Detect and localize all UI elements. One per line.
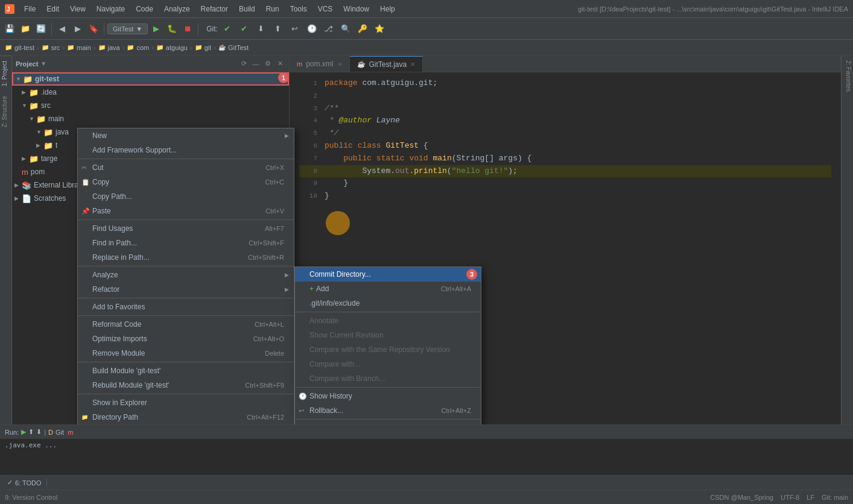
bc-main[interactable]: main — [77, 44, 91, 51]
menu-run[interactable]: Run — [261, 4, 284, 14]
run-up[interactable]: ⬆ — [28, 428, 34, 436]
cm-refactor[interactable]: Refactor — [78, 282, 294, 297]
bc-java[interactable]: java — [108, 44, 120, 51]
git-undo[interactable]: ↩ — [288, 22, 302, 36]
run-git-tab[interactable]: Git — [55, 429, 64, 436]
panel-dropdown[interactable]: ▼ — [40, 60, 46, 67]
menu-build[interactable]: Build — [234, 4, 260, 14]
run-button[interactable]: ▶ — [149, 22, 163, 36]
menu-window[interactable]: Window — [338, 4, 374, 14]
git-extra[interactable]: 🔑 — [355, 22, 370, 36]
sidebar-project[interactable]: 1: Project — [0, 55, 11, 91]
version-control-btn[interactable]: 9: Version Control — [5, 494, 57, 501]
bookmark-button[interactable]: 🔖 — [86, 22, 101, 36]
settings-icon[interactable]: ⚙ — [262, 58, 273, 69]
cm-paste[interactable]: 📌 Paste Ctrl+V — [78, 204, 294, 218]
encoding-info[interactable]: UTF-8 — [781, 494, 799, 501]
tab-todo[interactable]: ✓ 6: TODO — [2, 479, 47, 487]
close-icon[interactable]: ✕ — [274, 58, 285, 69]
cm-optimize[interactable]: Optimize Imports Ctrl+Alt+O — [78, 332, 294, 346]
tab-pomxml-close[interactable]: ✕ — [337, 61, 342, 68]
menu-help[interactable]: Help — [375, 4, 400, 14]
cm-removemodule[interactable]: Remove Module Delete — [78, 346, 294, 361]
sm-commitdir-label: Commit Directory... — [309, 270, 371, 279]
cm-framework[interactable]: Add Framework Support... — [78, 143, 294, 157]
cm-findusages[interactable]: Find Usages Alt+F7 — [78, 221, 294, 236]
menu-analyze[interactable]: Analyze — [159, 4, 195, 14]
sm-exclude[interactable]: .git/info/exclude — [295, 296, 481, 310]
menu-code[interactable]: Code — [131, 4, 158, 14]
cm-copy-label: Copy — [92, 178, 109, 186]
bc-com[interactable]: com — [136, 44, 149, 51]
sm-commitdir[interactable]: Commit Directory... 3 — [295, 267, 481, 282]
menu-tools[interactable]: Tools — [285, 4, 312, 14]
cm-copy[interactable]: 📋 Copy Ctrl+C — [78, 175, 294, 189]
forward-button[interactable]: ▶ — [71, 22, 85, 36]
git-branch[interactable]: ⎇ — [322, 22, 336, 36]
sm-rollback[interactable]: ↩ Rollback... Ctrl+Alt+Z — [295, 403, 481, 418]
cm-build[interactable]: Build Module 'git-test' — [78, 364, 294, 378]
cm-copypath[interactable]: Copy Path... — [78, 189, 294, 204]
cm-reformat[interactable]: Reformat Code Ctrl+Alt+L — [78, 317, 294, 332]
tree-src[interactable]: ▼ 📁 src — [12, 99, 289, 112]
menu-view[interactable]: View — [65, 4, 90, 14]
git-extra2[interactable]: ⭐ — [372, 22, 387, 36]
git-push[interactable]: ⬆ — [271, 22, 285, 36]
branch-selector[interactable]: GitTest ▼ — [107, 24, 148, 34]
tree-arrow-main: ▼ — [29, 116, 36, 122]
menu-refactor[interactable]: Refactor — [196, 4, 233, 14]
cm-cut-shortcut: Ctrl+X — [265, 164, 284, 171]
bottom-tab-bar: ✓ 6: TODO — [0, 475, 853, 490]
save-button[interactable]: 💾 — [2, 22, 17, 36]
cm-new[interactable]: New — [78, 128, 294, 143]
cm-dirpath[interactable]: 📁 Directory Path Ctrl+Alt+F12 — [78, 410, 294, 424]
cm-rebuild[interactable]: Rebuild Module 'git-test' Ctrl+Shift+F9 — [78, 378, 294, 392]
cm-analyze[interactable]: Analyze — [78, 268, 294, 282]
git-update[interactable]: ⬇ — [254, 22, 268, 36]
sync-icon[interactable]: ⟳ — [238, 58, 249, 69]
sm-showhistory[interactable]: 🕐 Show History — [295, 389, 481, 403]
tree-idea[interactable]: ▶ 📁 .idea — [12, 86, 289, 99]
git-search[interactable]: 🔍 — [338, 22, 353, 36]
git-check[interactable]: ✔ — [220, 22, 235, 36]
collapse-icon[interactable]: — — [250, 58, 261, 69]
tab-gittest[interactable]: ☕ GitTest.java ✕ — [350, 56, 423, 72]
todo-icon: ✓ — [7, 479, 13, 487]
sidebar-structure[interactable]: Z: Structure — [0, 91, 11, 132]
cm-showexplorer[interactable]: Show in Explorer — [78, 395, 294, 410]
menu-edit[interactable]: Edit — [42, 4, 64, 14]
tree-root[interactable]: ▼ 📁 git-test 1 — [12, 72, 289, 86]
back-button[interactable]: ◀ — [55, 22, 69, 36]
cm-favorites[interactable]: Add to Favorites — [78, 300, 294, 314]
cm-cut[interactable]: ✂ Cut Ctrl+X — [78, 160, 294, 175]
run-play[interactable]: ▶ — [21, 428, 26, 436]
status-bar: 9: Version Control CSDN @Man_Spring UTF-… — [0, 490, 853, 504]
sm-add[interactable]: + Add Ctrl+Alt+A — [295, 282, 481, 296]
sm-repository[interactable]: Repository — [295, 421, 481, 424]
git-branch-status[interactable]: Git: main — [822, 494, 848, 501]
bc-src[interactable]: src — [51, 44, 60, 51]
menu-vcs[interactable]: VCS — [313, 4, 338, 14]
lineending-info[interactable]: LF — [807, 494, 814, 501]
code-text-5: */ — [325, 127, 338, 140]
git-check2[interactable]: ✔ — [237, 22, 252, 36]
sync-button[interactable]: 🔄 — [34, 22, 48, 36]
tree-main[interactable]: ▼ 📁 main — [12, 112, 289, 125]
tab-gittest-close[interactable]: ✕ — [410, 61, 415, 68]
bc-git[interactable]: git — [205, 44, 212, 51]
menu-file[interactable]: File — [19, 4, 40, 14]
bc-atguigu[interactable]: atguigu — [166, 44, 188, 51]
stop-button[interactable]: ⏹ — [180, 22, 195, 36]
cm-findinpath[interactable]: Find in Path... Ctrl+Shift+F — [78, 236, 294, 250]
menu-navigate[interactable]: Navigate — [92, 4, 130, 14]
debug-button[interactable]: 🐛 — [165, 22, 179, 36]
tab-pomxml[interactable]: m pom.xml ✕ — [290, 56, 350, 72]
git-history[interactable]: 🕐 — [305, 22, 319, 36]
open-button[interactable]: 📁 — [18, 22, 33, 36]
rollback-icon: ↩ — [299, 407, 304, 415]
favorites-strip[interactable]: 2: Favorites — [842, 55, 853, 96]
bc-gittest[interactable]: git-test — [14, 44, 34, 51]
run-down[interactable]: ⬇ — [36, 428, 42, 436]
bc-gittest-file[interactable]: GitTest — [228, 44, 249, 51]
cm-replaceinpath[interactable]: Replace in Path... Ctrl+Shift+R — [78, 250, 294, 265]
